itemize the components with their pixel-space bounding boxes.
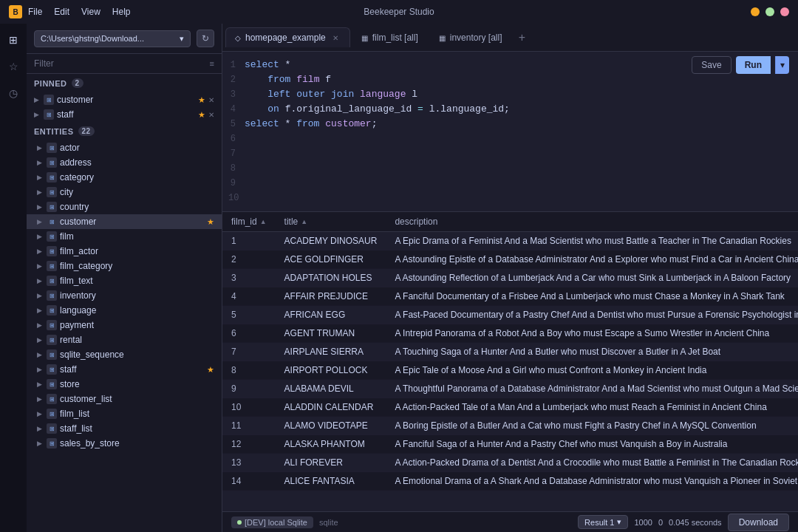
entity-item-sqlite-sequence[interactable]: ▶⊞sqlite_sequence (27, 347, 222, 362)
minimize-button[interactable] (751, 7, 760, 16)
entity-item-customer-list[interactable]: ▶⊞customer_list (27, 392, 222, 406)
tab-inventory[interactable]: ▦ inventory [all] (429, 27, 512, 47)
pinned-item-staff[interactable]: ▶ ⊞ staff ★ ✕ (27, 107, 222, 122)
entity-item-staff[interactable]: ▶⊞staff★ (27, 362, 222, 377)
col-header-title[interactable]: title▲ (276, 212, 386, 232)
table-icon: ⊞ (47, 335, 57, 345)
pin-close-staff[interactable]: ✕ (208, 111, 214, 119)
table-icon: ⊞ (47, 187, 57, 197)
table-row[interactable]: 8AIRPORT POLLOCKA Epic Tale of a Moose A… (222, 361, 798, 380)
table-row[interactable]: 7AIRPLANE SIERRAA Touching Saga of a Hun… (222, 343, 798, 361)
download-button[interactable]: Download (728, 514, 789, 531)
menu-view[interactable]: View (81, 7, 100, 17)
table-row[interactable]: 1ACADEMY DINOSAURA Epic Drama of a Femin… (222, 232, 798, 250)
result-selector[interactable]: Result 1 ▾ (578, 515, 628, 529)
chevron-icon: ▶ (37, 321, 42, 329)
entity-item-category[interactable]: ▶⊞category (27, 170, 222, 185)
pinned-item-customer[interactable]: ▶ ⊞ customer ★ ✕ (27, 92, 222, 107)
chevron-icon: ▶ (34, 111, 39, 118)
col-header-film-id[interactable]: film_id▲ (222, 212, 276, 232)
chevron-icon: ▶ (37, 366, 42, 373)
entity-item-actor[interactable]: ▶⊞actor (27, 140, 222, 155)
chevron-down-icon: ▾ (617, 517, 621, 527)
sidebar-icon-connections[interactable]: ⊞ (3, 30, 24, 50)
entity-item-film-actor[interactable]: ▶⊞film_actor (27, 244, 222, 259)
table-row[interactable]: 9ALABAMA DEVILA Thoughtful Panorama of a… (222, 380, 798, 398)
time-stat: 0.045 seconds (669, 518, 722, 527)
connection-path: C:\Users\ghstng\Download... (41, 34, 144, 43)
table-row[interactable]: 4AFFAIR PREJUDICEA Fanciful Documentary … (222, 287, 798, 306)
entity-item-country[interactable]: ▶⊞country (27, 200, 222, 214)
run-button[interactable]: Run (736, 56, 771, 74)
table-row[interactable]: 5AFRICAN EGGA Fast-Paced Documentary of … (222, 306, 798, 324)
entity-item-sales-by-store[interactable]: ▶⊞sales_by_store (27, 436, 222, 451)
entity-item-film[interactable]: ▶⊞film (27, 229, 222, 244)
table-icon: ⊞ (47, 172, 57, 183)
table-icon: ⊞ (47, 320, 57, 330)
tab-icon: ◇ (235, 34, 241, 42)
table-row[interactable]: 3ADAPTATION HOLESA Astounding Reflection… (222, 269, 798, 287)
maximize-button[interactable] (765, 7, 774, 16)
table-row[interactable]: 2ACE GOLDFINGERA Astounding Epistle of a… (222, 250, 798, 269)
tab-icon: ▦ (361, 34, 368, 42)
star-icon: ★ (207, 217, 214, 227)
editor-toolbar: Save Run ▾ (692, 56, 789, 74)
entity-item-film-list[interactable]: ▶⊞film_list (27, 406, 222, 421)
entity-item-store[interactable]: ▶⊞store (27, 377, 222, 392)
main-content: ◇ homepage_example ✕ ▦ film_list [all] ▦… (222, 24, 798, 532)
table-row[interactable]: 12ALASKA PHANTOMA Fanciful Saga of a Hun… (222, 435, 798, 454)
table-row[interactable]: 14ALICE FANTASIAA Emotional Drama of a A… (222, 472, 798, 491)
menu-file[interactable]: File (28, 7, 42, 17)
entity-item-inventory[interactable]: ▶⊞inventory (27, 288, 222, 303)
col-header-description[interactable]: description▲ (386, 212, 798, 232)
filter-input[interactable] (34, 58, 205, 69)
entity-item-rental[interactable]: ▶⊞rental (27, 332, 222, 347)
entity-item-address[interactable]: ▶⊞address (27, 155, 222, 170)
pin-close-customer[interactable]: ✕ (208, 96, 214, 104)
run-dropdown-button[interactable]: ▾ (775, 56, 789, 74)
table-icon: ⊞ (44, 109, 54, 120)
tab-homepage-example[interactable]: ◇ homepage_example ✕ (225, 27, 350, 47)
table-row[interactable]: 6AGENT TRUMANA Intrepid Panorama of a Ro… (222, 324, 798, 343)
results-table-wrap[interactable]: film_id▲ title▲ description▲ 1ACADEMY DI… (222, 212, 798, 511)
close-button[interactable] (780, 7, 789, 16)
table-cell: A Action-Packed Tale of a Man And a Lumb… (386, 398, 798, 417)
entity-item-staff-list[interactable]: ▶⊞staff_list (27, 421, 222, 436)
pinned-label: PINNED (34, 79, 67, 88)
entity-item-city[interactable]: ▶⊞city (27, 185, 222, 200)
entities-section-header: ENTITIES 22 (27, 122, 222, 140)
star-icon: ★ (207, 365, 214, 375)
code-editor[interactable]: Save Run ▾ 1 select * 2 from film f 3 le… (222, 52, 798, 212)
table-cell: 10 (222, 398, 276, 417)
tab-icon: ▦ (439, 34, 446, 42)
chevron-icon: ▶ (37, 425, 42, 432)
chevron-icon: ▶ (37, 395, 42, 403)
entity-item-customer[interactable]: ▶⊞customer★ (27, 214, 222, 229)
sidebar-icon-star[interactable]: ☆ (3, 56, 24, 77)
refresh-button[interactable]: ↻ (197, 30, 214, 47)
code-line-3: 3 left outer join language l (222, 87, 798, 102)
tab-close-button[interactable]: ✕ (330, 33, 341, 43)
connection-selector[interactable]: C:\Users\ghstng\Download... ▾ (34, 30, 191, 47)
entity-item-film-category[interactable]: ▶⊞film_category (27, 259, 222, 273)
chevron-icon: ▶ (37, 144, 42, 151)
filter-bar: ≡ (27, 54, 222, 74)
table-row[interactable]: 10ALADDIN CALENDARA Action-Packed Tale o… (222, 398, 798, 417)
chevron-icon: ▶ (34, 96, 39, 103)
menu-edit[interactable]: Edit (54, 7, 69, 17)
save-button[interactable]: Save (692, 56, 731, 74)
entity-item-language[interactable]: ▶⊞language (27, 303, 222, 318)
entity-item-film-text[interactable]: ▶⊞film_text (27, 273, 222, 288)
tab-film-list[interactable]: ▦ film_list [all] (352, 27, 428, 47)
table-cell: ACE GOLDFINGER (276, 250, 386, 269)
titlebar: B File Edit View Help Beekeeper Studio (0, 0, 798, 24)
table-row[interactable]: 13ALI FOREVERA Action-Packed Drama of a … (222, 454, 798, 472)
sidebar-icon-history[interactable]: ◷ (3, 83, 24, 103)
add-tab-button[interactable]: + (513, 29, 531, 47)
code-line-7: 7 (222, 146, 798, 161)
entity-item-payment[interactable]: ▶⊞payment (27, 318, 222, 332)
result-label: Result 1 (584, 518, 614, 527)
table-row[interactable]: 11ALAMO VIDEOTAPEA Boring Epistle of a B… (222, 417, 798, 435)
status-bar: [DEV] local Sqlite sqlite Result 1 ▾ 100… (222, 511, 798, 532)
menu-help[interactable]: Help (112, 7, 131, 17)
